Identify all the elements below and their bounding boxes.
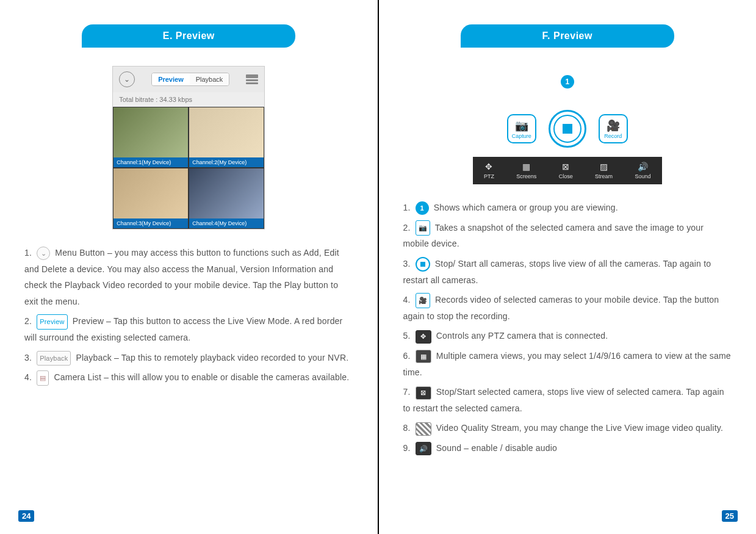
page-number-right: 25 bbox=[722, 510, 738, 522]
item-number: 2. bbox=[24, 316, 32, 326]
stream-icon: ▨ bbox=[600, 162, 608, 171]
item-number: 1. bbox=[24, 248, 32, 258]
instruction-item: 7. ⊠ Stop/Start selected camera, stops l… bbox=[403, 384, 732, 416]
page-number-left: 24 bbox=[18, 510, 34, 522]
instruction-item: 3. Playback Playback – Tap this to remot… bbox=[24, 350, 353, 366]
record-icon: 🎥 bbox=[607, 119, 620, 132]
toolbar-ptz: ✥PTZ bbox=[484, 162, 494, 179]
app-header: ⌄ Preview Playback bbox=[113, 67, 264, 92]
item-text: Shows which camera or group you are view… bbox=[434, 203, 618, 212]
channel-tile: Channel:1(My Device) bbox=[113, 107, 189, 168]
instruction-item: 8. Video Quality Stream, you may change … bbox=[403, 420, 732, 436]
stream-quality-icon bbox=[416, 422, 431, 436]
camera-indicator-icon: 1 bbox=[561, 75, 574, 88]
close-icon: ⊠ bbox=[416, 386, 431, 400]
stop-icon bbox=[563, 124, 572, 134]
section-title-e: E. Preview bbox=[82, 24, 295, 48]
instruction-item: 4. 🎥 Records video of selected cameras t… bbox=[403, 292, 732, 324]
indicator-row: 1 bbox=[473, 66, 662, 101]
instructions-left: 1. ⌄ Menu Button – you may access this b… bbox=[24, 245, 353, 386]
capture-label: Capture bbox=[512, 133, 531, 139]
channel-tile: Channel:3(My Device) bbox=[113, 168, 189, 229]
manual-page-right: F. Preview 1 📷Capture 🎥Record ✥PTZ ▦Scre… bbox=[379, 0, 757, 534]
item-text: Stop/ Start all cameras, stops live view… bbox=[403, 259, 711, 285]
item-number: 7. bbox=[403, 387, 411, 397]
playback-button-icon: Playback bbox=[37, 351, 71, 366]
channel-label: Channel:2(My Device) bbox=[189, 157, 264, 167]
item-number: 3. bbox=[403, 259, 411, 269]
item-text: Playback – Tap this to remotely playback… bbox=[76, 353, 349, 363]
section-title-f: F. Preview bbox=[461, 24, 674, 48]
toolbar-sound: 🔊Sound bbox=[635, 162, 651, 179]
channel-grid: Channel:1(My Device) Channel:2(My Device… bbox=[113, 107, 264, 229]
item-number: 9. bbox=[403, 443, 411, 453]
item-text: Video Quality Stream, you may change the… bbox=[436, 423, 723, 433]
app-screenshot-right: 1 📷Capture 🎥Record ✥PTZ ▦Screens ⊠Close … bbox=[473, 66, 662, 184]
screens-icon: ▦ bbox=[522, 162, 530, 171]
channel-label: Channel:3(My Device) bbox=[113, 218, 188, 228]
item-number: 5. bbox=[403, 331, 411, 341]
instruction-item: 3. Stop/ Start all cameras, stops live v… bbox=[403, 256, 732, 288]
item-text: Multiple camera views, you may select 1/… bbox=[403, 351, 731, 377]
instruction-item: 2. Preview Preview – Tap this button to … bbox=[24, 313, 353, 345]
segment-preview: Preview bbox=[152, 73, 190, 85]
item-text: Controls any PTZ camera that is connecte… bbox=[436, 331, 608, 341]
grid-icon: ▦ bbox=[416, 350, 431, 363]
stream-label: Stream bbox=[595, 173, 613, 179]
toolbar-close: ⊠Close bbox=[559, 162, 573, 179]
camera-list-icon bbox=[246, 74, 258, 84]
item-number: 8. bbox=[403, 423, 411, 433]
item-text: Sound – enable / disable audio bbox=[436, 443, 557, 453]
instruction-item: 1. ⌄ Menu Button – you may access this b… bbox=[24, 245, 353, 309]
screens-label: Screens bbox=[516, 173, 536, 179]
instruction-item: 6. ▦ Multiple camera views, you may sele… bbox=[403, 348, 732, 380]
chevron-down-icon: ⌄ bbox=[37, 247, 50, 260]
channel-label: Channel:1(My Device) bbox=[113, 157, 188, 167]
sound-label: Sound bbox=[635, 173, 651, 179]
instruction-item: 5. ✥ Controls any PTZ camera that is con… bbox=[403, 328, 732, 344]
record-label: Record bbox=[604, 133, 622, 139]
manual-page-left: E. Preview ⌄ Preview Playback Total bitr… bbox=[0, 0, 378, 534]
item-number: 3. bbox=[24, 353, 32, 363]
item-text: Records video of selected cameras to you… bbox=[403, 295, 719, 321]
stop-all-icon bbox=[416, 257, 430, 272]
instruction-item: 4. ▤ Camera List – this will allow you t… bbox=[24, 369, 353, 386]
app-screenshot-left: ⌄ Preview Playback Total bitrate : 34.33… bbox=[112, 66, 265, 229]
stop-start-all-button bbox=[549, 110, 586, 148]
item-number: 6. bbox=[403, 351, 411, 361]
capture-button: 📷Capture bbox=[507, 114, 536, 143]
channel-tile: Channel:4(My Device) bbox=[189, 168, 264, 229]
preview-button-icon: Preview bbox=[37, 314, 68, 330]
item-text: Stop/Start selected camera, stops live v… bbox=[403, 387, 724, 413]
bottom-toolbar: ✥PTZ ▦Screens ⊠Close ▨Stream 🔊Sound bbox=[473, 157, 662, 184]
ptz-label: PTZ bbox=[484, 173, 494, 179]
item-text: Camera List – this will allow you to ena… bbox=[54, 372, 349, 382]
sound-icon: 🔊 bbox=[638, 162, 648, 171]
toolbar-stream: ▨Stream bbox=[595, 162, 613, 179]
ptz-icon: ✥ bbox=[485, 162, 492, 171]
item-number: 2. bbox=[403, 223, 411, 233]
ptz-icon: ✥ bbox=[416, 330, 431, 344]
item-text: Takes a snapshot of the selected camera … bbox=[403, 223, 704, 249]
camera-icon: 📷 bbox=[515, 119, 528, 132]
record-button: 🎥Record bbox=[599, 114, 628, 143]
item-text: Menu Button – you may access this button… bbox=[24, 248, 339, 306]
sound-icon: 🔊 bbox=[416, 442, 431, 455]
close-label: Close bbox=[559, 173, 573, 179]
segment-playback: Playback bbox=[190, 73, 229, 85]
close-icon: ⊠ bbox=[562, 162, 569, 171]
menu-chevron-icon: ⌄ bbox=[119, 71, 135, 87]
item-number: 1. bbox=[403, 203, 411, 212]
item-number: 4. bbox=[403, 295, 411, 305]
camera-list-icon: ▤ bbox=[37, 370, 49, 386]
instruction-item: 1. 1 Shows which camera or group you are… bbox=[403, 200, 732, 216]
record-icon: 🎥 bbox=[416, 293, 430, 308]
camera-icon: 📷 bbox=[416, 220, 430, 236]
bitrate-label: Total bitrate : 34.33 kbps bbox=[113, 92, 264, 107]
toolbar-screens: ▦Screens bbox=[516, 162, 536, 179]
indicator-icon: 1 bbox=[416, 201, 429, 215]
instructions-right: 1. 1 Shows which camera or group you are… bbox=[403, 200, 732, 456]
channel-label: Channel:4(My Device) bbox=[189, 218, 264, 228]
item-text: Preview – Tap this button to access the … bbox=[24, 316, 342, 342]
channel-tile: Channel:2(My Device) bbox=[189, 107, 264, 168]
